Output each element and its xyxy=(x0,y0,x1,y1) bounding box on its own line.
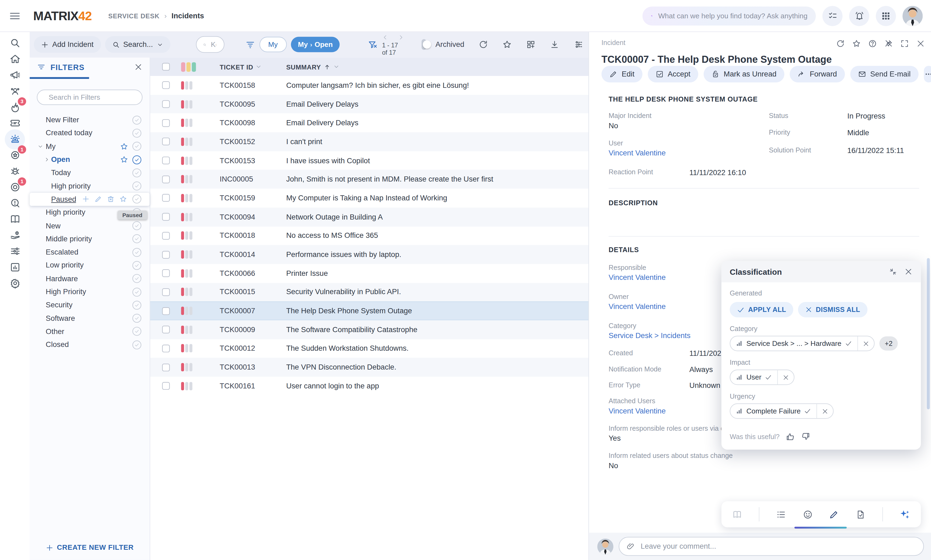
search-dropdown-button[interactable]: Search... xyxy=(105,36,170,53)
filters-search-wrap[interactable] xyxy=(37,90,143,105)
close-icon[interactable] xyxy=(904,268,912,276)
table-row[interactable]: TCK00014Performance issues with by lapto… xyxy=(150,245,589,264)
row-checkbox[interactable] xyxy=(162,100,170,108)
rail-tickets-icon[interactable] xyxy=(4,115,25,131)
breadcrumb-app[interactable]: SERVICE DESK xyxy=(108,12,160,19)
check-circle-icon[interactable] xyxy=(133,182,141,191)
table-row[interactable]: TCK00158Computer langsam? Ich bin sicher… xyxy=(150,76,589,95)
table-row[interactable]: TCK00015Security Vulnerability in Public… xyxy=(150,283,589,302)
mark-as-unread-button[interactable]: Mark as Unread xyxy=(703,66,784,82)
category-chip-apply[interactable]: Service Desk > ... > Hardware xyxy=(730,339,857,348)
list-options-icon[interactable] xyxy=(573,40,583,49)
keywords-input-wrap[interactable] xyxy=(196,36,224,53)
table-row[interactable]: TCK00152I can't print xyxy=(150,132,589,151)
urgency-chip-dismiss[interactable] xyxy=(817,404,834,418)
filter-item-low-priority[interactable]: Low priority xyxy=(30,259,150,272)
rail-knowledge-icon[interactable] xyxy=(4,211,25,227)
comment-input[interactable] xyxy=(639,542,916,551)
table-row[interactable]: TCK00159My Computer is Taking a Nap Inst… xyxy=(150,189,589,208)
rail-announcements-icon[interactable] xyxy=(4,67,25,83)
filter-item-middle-priority[interactable]: Middle priority xyxy=(30,232,150,246)
page-next-button[interactable] xyxy=(397,34,405,40)
table-row[interactable]: TCK00066Printer Issue xyxy=(150,264,589,283)
add-subfilter-icon[interactable] xyxy=(82,195,90,203)
select-all-checkbox[interactable] xyxy=(162,63,170,71)
table-row[interactable]: TCK00012The Sudden Workstation Shutdowns… xyxy=(150,339,589,358)
filter-item-created-today[interactable]: Created today xyxy=(30,126,150,140)
row-checkbox[interactable] xyxy=(162,213,170,221)
rail-workflows-icon[interactable] xyxy=(4,243,25,259)
row-checkbox[interactable] xyxy=(162,157,170,165)
row-checkbox[interactable] xyxy=(162,382,170,390)
rail-bugs-icon[interactable] xyxy=(4,163,25,179)
check-circle-icon[interactable] xyxy=(133,142,141,151)
refresh-icon[interactable] xyxy=(479,40,488,49)
filter-item-closed[interactable]: Closed xyxy=(30,338,150,351)
rail-changes-icon[interactable]: 1 xyxy=(4,179,25,195)
table-row[interactable]: TCK00095Email Delivery Delays xyxy=(150,95,589,114)
table-row[interactable]: TCK00018No access to MS Office 365 xyxy=(150,226,589,245)
filter-chip-my-open[interactable]: My › Open xyxy=(291,37,340,52)
table-row[interactable]: TCK00098Email Delivery Delays xyxy=(150,114,589,132)
send-email-button[interactable]: Send E-mail xyxy=(850,66,918,82)
rail-services-icon[interactable] xyxy=(4,227,25,243)
keywords-input[interactable] xyxy=(210,40,217,49)
table-row[interactable]: TCK00094Network Outage in Building A xyxy=(150,208,589,226)
tasks-button[interactable] xyxy=(822,6,843,26)
edit-filter-icon[interactable] xyxy=(95,195,102,203)
chevron-down-icon[interactable] xyxy=(37,143,43,149)
check-circle-icon[interactable] xyxy=(133,288,141,296)
star-icon[interactable] xyxy=(120,155,128,164)
rail-popular-icon[interactable]: 3 xyxy=(4,99,25,115)
user-link[interactable]: Vincent Valentine xyxy=(608,149,666,157)
ai-sparkles-icon[interactable] xyxy=(899,509,910,520)
category-more-chip[interactable]: +2 xyxy=(880,337,898,351)
hamburger-menu-icon[interactable] xyxy=(8,9,21,22)
filter-item-my[interactable]: My xyxy=(30,140,150,153)
column-summary[interactable]: SUMMARY xyxy=(286,63,589,70)
download-icon[interactable] xyxy=(550,40,559,49)
user-avatar[interactable] xyxy=(902,6,923,26)
check-circle-icon[interactable] xyxy=(133,235,141,243)
ai-search-bar[interactable]: What can we help you find today? Ask any… xyxy=(642,6,816,25)
matrix42-logo[interactable]: MATRIX42 xyxy=(33,9,91,23)
row-checkbox[interactable] xyxy=(162,175,170,183)
check-circle-icon[interactable] xyxy=(133,327,141,336)
page-prev-button[interactable] xyxy=(382,34,389,40)
attached-user-link[interactable]: Vincent Valentine xyxy=(608,407,666,415)
notifications-button[interactable] xyxy=(849,6,869,26)
delete-filter-icon[interactable] xyxy=(107,195,115,203)
row-checkbox[interactable] xyxy=(162,194,170,202)
clear-filters-icon[interactable] xyxy=(368,39,378,49)
check-circle-icon[interactable] xyxy=(133,274,141,283)
row-checkbox[interactable] xyxy=(162,326,170,334)
filter-item-paused[interactable]: Paused xyxy=(30,192,150,206)
filter-item-hardware[interactable]: Hardware xyxy=(30,272,150,285)
row-checkbox[interactable] xyxy=(162,345,170,352)
favorite-star-icon[interactable] xyxy=(852,39,861,48)
close-icon[interactable] xyxy=(916,39,925,48)
rail-search-icon[interactable] xyxy=(4,35,25,51)
row-checkbox[interactable] xyxy=(162,119,170,127)
rail-reports-icon[interactable] xyxy=(4,259,25,275)
table-row[interactable]: TCK00013The VPN Disconnection Debacle. xyxy=(150,358,589,377)
row-checkbox[interactable] xyxy=(162,307,170,315)
thumbs-down-icon[interactable] xyxy=(801,432,811,441)
check-circle-icon[interactable] xyxy=(133,195,141,204)
category-chip-dismiss[interactable] xyxy=(857,337,874,351)
comment-input-wrap[interactable] xyxy=(619,537,924,556)
edit-pencil-icon-active[interactable] xyxy=(829,509,839,519)
check-circle-icon[interactable] xyxy=(133,301,141,309)
filter-funnel-icon[interactable] xyxy=(245,39,255,49)
check-circle-icon[interactable] xyxy=(133,115,141,125)
rail-home-icon[interactable] xyxy=(4,51,25,67)
breadcrumb-page[interactable]: Incidents xyxy=(171,12,204,20)
panel-scrollbar[interactable] xyxy=(927,258,930,409)
category-link[interactable]: Service Desk > Incidents xyxy=(608,332,690,340)
thumbs-up-icon[interactable] xyxy=(786,432,795,441)
table-row-selected[interactable]: TCK00007The Help Desk Phone System Outag… xyxy=(150,302,589,320)
journal-list-icon[interactable] xyxy=(776,509,786,519)
document-check-icon[interactable] xyxy=(856,509,866,519)
expand-icon[interactable] xyxy=(900,39,909,48)
table-row[interactable]: TCK00161User cannot login to the app xyxy=(150,377,589,395)
